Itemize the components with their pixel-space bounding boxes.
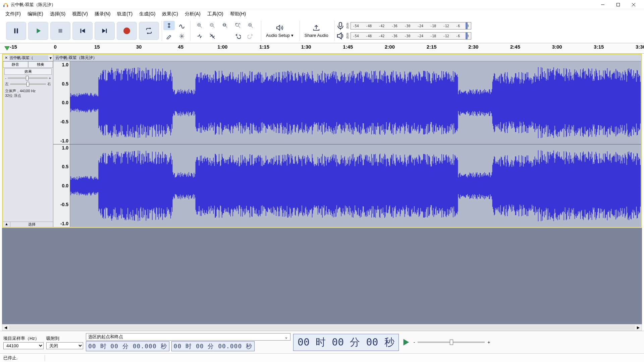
audio-setup-label: Audio Setup	[266, 33, 290, 38]
menu-edit[interactable]: 编辑(E)	[24, 10, 47, 18]
multi-tool[interactable]	[176, 32, 187, 41]
svg-marker-12	[102, 29, 106, 33]
waveform-area: 云中帆-双笙（陈元汐） 1.00.50.0-0.5-1.0 1.00.50.0-…	[53, 55, 641, 227]
menu-file[interactable]: 文件(F)	[2, 10, 24, 18]
minimize-button[interactable]	[595, 0, 610, 9]
svg-line-29	[238, 26, 240, 28]
svg-rect-7	[17, 28, 18, 34]
menu-tracks[interactable]: 轨道(T)	[114, 10, 136, 18]
titlebar: 云中帆-双笙（陈元汐）	[0, 0, 644, 9]
silence-button[interactable]	[207, 32, 218, 41]
selection-mode-label: 选区的起点和终点	[88, 334, 123, 340]
zoom-group	[190, 21, 260, 41]
spacer-btn	[219, 32, 231, 41]
audio-position-field[interactable]: 00 时 00 分 00 秒	[293, 334, 399, 351]
playback-meter[interactable]: -54-48-42-36-30-24-18-12-60	[351, 32, 471, 40]
pan-slider[interactable]	[10, 83, 46, 85]
track-menu-button[interactable]: ▼	[48, 56, 53, 60]
menu-transport[interactable]: 播录(N)	[91, 10, 114, 18]
snap-select[interactable]: 关闭	[46, 342, 83, 349]
share-audio-button[interactable]: Share Audio	[301, 23, 332, 39]
selection-mode-dropdown[interactable]: 选区的起点和终点 ⌄	[86, 333, 290, 341]
scroll-left-button[interactable]: ◄	[2, 325, 9, 330]
menu-view[interactable]: 视图(V)	[69, 10, 91, 18]
track-name-dropdown[interactable]: 云中帆-双笙（	[9, 55, 48, 60]
speed-plus-label: +	[487, 340, 490, 345]
selection-start-field[interactable]: 00 时 00 分 00.000 秒	[86, 341, 169, 351]
menu-generate[interactable]: 生成(G)	[136, 10, 159, 18]
undo-button[interactable]	[232, 32, 244, 41]
zoom-toggle-button[interactable]	[245, 21, 256, 30]
selection-toolbar: 项目采样率（Hz） 44100 吸附到 关闭 选区的起点和终点 ⌄ 00 时 0…	[0, 331, 644, 353]
skip-end-button[interactable]	[95, 22, 115, 40]
svg-marker-8	[37, 28, 41, 34]
transport-group	[5, 21, 160, 41]
play-at-speed-button[interactable]	[401, 338, 411, 347]
menu-select[interactable]: 选择(S)	[47, 10, 69, 18]
draw-tool[interactable]	[163, 32, 175, 41]
horizontal-scrollbar[interactable]: ◄ ►	[2, 324, 642, 331]
app-icon	[3, 2, 9, 8]
playhead-icon[interactable]	[4, 45, 10, 51]
status-text: 已停止.	[3, 355, 18, 361]
share-group: Share Audio	[300, 21, 333, 41]
svg-rect-6	[14, 28, 16, 34]
track-select-button[interactable]: 选择	[10, 222, 53, 227]
project-rate-select[interactable]: 44100	[3, 342, 44, 349]
menu-analyze[interactable]: 分析(A)	[181, 10, 204, 18]
track-container: ✕ 云中帆-双笙（ ▼ 静音 独奏 效果 - + 左 右 立体声，44100 H…	[2, 54, 642, 228]
close-button[interactable]	[626, 0, 641, 9]
mute-button[interactable]: 静音	[3, 61, 28, 68]
menu-help[interactable]: 帮助(H)	[227, 10, 249, 18]
channel-left: 1.00.50.0-0.5-1.0	[53, 61, 641, 144]
timeline-ruler[interactable]: -1501530451:001:151:301:452:002:152:302:…	[0, 43, 644, 54]
menu-tools[interactable]: 工具(O)	[204, 10, 227, 18]
gain-slider[interactable]	[8, 77, 48, 79]
svg-line-31	[251, 26, 253, 28]
record-meter-icon[interactable]	[336, 21, 345, 30]
empty-track-area[interactable]	[2, 228, 642, 324]
svg-rect-33	[339, 22, 342, 27]
effects-button[interactable]: 效果	[4, 68, 52, 75]
scroll-right-button[interactable]: ►	[635, 325, 642, 330]
waveform-left[interactable]	[70, 61, 641, 144]
pause-button[interactable]	[6, 22, 26, 40]
track-collapse-button[interactable]: ▲	[3, 222, 10, 227]
svg-rect-1	[7, 5, 8, 7]
redo-button[interactable]	[245, 32, 256, 41]
waveform-right[interactable]	[70, 144, 641, 227]
menu-effect[interactable]: 效果(C)	[159, 10, 181, 18]
clip-title[interactable]: 云中帆-双笙（陈元汐）	[53, 55, 641, 61]
audio-setup-button[interactable]: Audio Setup▾	[263, 23, 297, 39]
setup-group: Audio Setup▾	[261, 21, 298, 41]
loop-button[interactable]	[139, 22, 159, 40]
envelope-tool[interactable]	[176, 21, 187, 30]
fit-project-button[interactable]	[232, 21, 244, 30]
play-button[interactable]	[28, 22, 48, 40]
selection-end-field[interactable]: 00 时 00 分 00.000 秒	[171, 341, 255, 351]
solo-button[interactable]: 独奏	[28, 61, 53, 68]
record-meter[interactable]: -54-48-42-36-30-24-18-12-60	[351, 22, 471, 29]
speed-minus-label: -	[414, 340, 415, 345]
playback-meter-icon[interactable]	[336, 32, 345, 40]
share-audio-label: Share Audio	[305, 33, 328, 38]
gain-minus-label: -	[5, 76, 6, 80]
fit-selection-button[interactable]	[219, 21, 231, 30]
tools-group	[162, 21, 189, 41]
menubar: 文件(F) 编辑(E) 选择(S) 视图(V) 播录(N) 轨道(T) 生成(G…	[0, 9, 644, 19]
statusbar: 已停止.	[0, 353, 644, 362]
svg-line-26	[226, 26, 227, 28]
zoom-in-button[interactable]	[194, 21, 205, 30]
record-button[interactable]	[117, 22, 137, 40]
track-close-button[interactable]: ✕	[3, 56, 9, 60]
chevron-down-icon: ▾	[291, 33, 293, 38]
svg-rect-9	[59, 29, 62, 33]
selection-tool[interactable]	[163, 21, 175, 30]
playback-speed-slider[interactable]	[418, 342, 485, 343]
maximize-button[interactable]	[610, 0, 626, 9]
window-title: 云中帆-双笙（陈元汐）	[11, 2, 56, 8]
stop-button[interactable]	[50, 22, 70, 40]
zoom-out-button[interactable]	[207, 21, 218, 30]
skip-start-button[interactable]	[72, 22, 93, 40]
trim-button[interactable]	[194, 32, 205, 41]
